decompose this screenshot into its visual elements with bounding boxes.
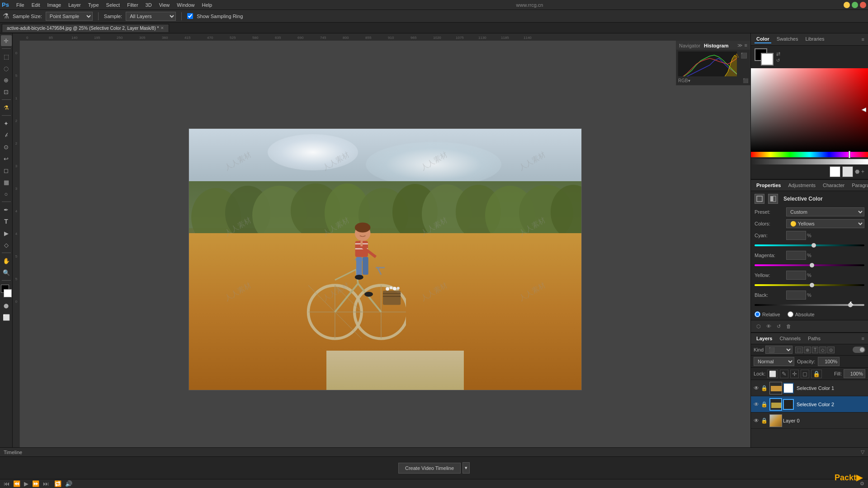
paragraph-tab[interactable]: Paragraph	[850, 182, 868, 189]
tab-close-icon[interactable]: ✕	[160, 26, 164, 30]
menu-type[interactable]: Type	[85, 1, 103, 9]
canvas-image[interactable]: 人人素材 人人素材 人人素材 人人素材 人人素材 人人素材 人人素材 人人素材 …	[189, 128, 582, 390]
add-to-swatches-icon[interactable]: +	[861, 169, 864, 175]
delete-adjustment-icon[interactable]: 🗑	[784, 322, 793, 330]
pen-tool[interactable]: ✒	[1, 204, 12, 215]
spot-healing-tool[interactable]: ✦	[1, 118, 12, 129]
tl-loop-btn[interactable]: 🔁	[54, 480, 61, 487]
eraser-tool[interactable]: ◻	[1, 165, 12, 176]
document-tab[interactable]: active-adult-bicycle-1479584.jpg @ 25% (…	[2, 24, 169, 32]
fill-input[interactable]	[844, 369, 865, 378]
layer-item-layer-0[interactable]: 👁 🔒 Layer 0	[751, 413, 868, 429]
crop-tool[interactable]: ⊡	[1, 86, 12, 97]
color-tab[interactable]: Color	[755, 35, 771, 43]
hand-tool[interactable]: ✋	[1, 255, 12, 266]
layer-item-selective-color-2[interactable]: 👁 🔒 Selective Color 2	[751, 396, 868, 413]
tl-play-btn[interactable]: ▶	[24, 480, 28, 487]
black-slider-thumb[interactable]	[848, 303, 853, 307]
layer-chain-3[interactable]: 🔒	[761, 418, 768, 424]
exchange-icon[interactable]: ⇄	[776, 51, 780, 57]
layer-chain-2[interactable]: 🔒	[761, 401, 768, 408]
vector-mask-icon[interactable]	[768, 194, 778, 204]
reset-adjustment-icon[interactable]: ↺	[774, 322, 783, 330]
opacity-input[interactable]	[818, 357, 840, 366]
relative-option[interactable]: Relative	[755, 311, 780, 317]
lock-transparent-icon[interactable]: ⬜	[767, 370, 778, 378]
zoom-tool[interactable]: 🔍	[1, 267, 12, 278]
minimize-button[interactable]	[844, 2, 850, 8]
channels-tab[interactable]: Channels	[778, 335, 802, 342]
dodge-tool[interactable]: ○	[1, 188, 12, 199]
tl-prev-btn[interactable]: ⏪	[13, 480, 20, 487]
filter-smart-icon[interactable]: ⊙	[827, 347, 835, 353]
layer-chain-1[interactable]: 🔒	[761, 385, 768, 391]
text-tool[interactable]: T	[1, 216, 12, 227]
menu-help[interactable]: Help	[198, 1, 216, 9]
tl-next-btn[interactable]: ⏩	[32, 480, 39, 487]
histogram-tab[interactable]: Histogram	[704, 43, 728, 48]
tl-beginning-btn[interactable]: ⏮	[4, 480, 9, 487]
blend-mode-select[interactable]: Normal Multiply Screen	[754, 357, 794, 366]
move-tool[interactable]: ✛	[1, 35, 12, 46]
create-video-dropdown-icon[interactable]: ▾	[462, 462, 470, 474]
lasso-tool[interactable]: ◌	[1, 63, 12, 74]
canvas-container[interactable]: Navigator Histogram ≫ ≡ ⚠ ⬛	[20, 41, 750, 478]
menu-image[interactable]: Image	[44, 1, 65, 9]
layers-tab[interactable]: Layers	[755, 335, 774, 342]
magenta-value[interactable]: 0	[786, 251, 806, 260]
menu-filter[interactable]: Filter	[123, 1, 142, 9]
spectrum-bar[interactable]	[751, 152, 868, 157]
histogram-stats-icon[interactable]: ⬛	[743, 78, 748, 83]
character-tab[interactable]: Character	[821, 182, 846, 189]
clip-to-layer-icon[interactable]: ⬡	[755, 322, 763, 330]
histogram-menu-icon[interactable]: ≡	[745, 42, 747, 48]
kind-filter-select[interactable]: ⬛	[765, 346, 793, 354]
color-gradient-area[interactable]	[751, 68, 868, 152]
navigator-tab[interactable]: Navigator	[679, 43, 700, 48]
relative-radio[interactable]	[755, 311, 760, 317]
paths-tab[interactable]: Paths	[806, 335, 822, 342]
timeline-collapse-icon[interactable]: ▽	[861, 449, 864, 455]
web-colors-icon[interactable]: ⬣	[855, 169, 859, 175]
lock-all-icon[interactable]: 🔒	[811, 370, 822, 378]
layer-item-selective-color-1[interactable]: 👁 🔒 Selective Color 1	[751, 380, 868, 396]
cyan-value[interactable]: +4	[786, 231, 806, 240]
tl-audio-btn[interactable]: 🔊	[65, 480, 72, 487]
maximize-button[interactable]	[852, 2, 858, 8]
sample-select[interactable]: All Layers Current Layer Current & Below	[126, 12, 176, 21]
colors-select[interactable]: 🟡 Yellows Reds Yellows Greens Cyans Blue…	[786, 219, 864, 228]
gradient-tool[interactable]: ▦	[1, 177, 12, 188]
layer-mask-icon[interactable]	[755, 194, 764, 204]
menu-3d[interactable]: 3D	[142, 1, 156, 9]
quick-select-tool[interactable]: ⊕	[1, 75, 12, 85]
yellow-value[interactable]: 0	[786, 271, 806, 280]
histogram-expand-icon[interactable]: ≫	[737, 42, 743, 48]
bg-swatch[interactable]	[761, 53, 774, 66]
absolute-radio[interactable]	[788, 311, 793, 317]
black-value[interactable]: +70	[786, 291, 806, 300]
show-sampling-ring-checkbox[interactable]	[187, 13, 193, 19]
filter-on-off[interactable]	[853, 347, 865, 353]
filter-adj-icon[interactable]: ⊕	[804, 347, 811, 353]
clone-tool[interactable]: ⊙	[1, 141, 12, 152]
menu-edit[interactable]: Edit	[28, 1, 44, 9]
histogram-alert-icon[interactable]: ⚠	[734, 52, 739, 59]
filter-shape-icon[interactable]: ◇	[819, 347, 826, 353]
opacity-bar[interactable]	[751, 159, 868, 164]
path-select-tool[interactable]: ▶	[1, 228, 12, 239]
adjustments-tab[interactable]: Adjustments	[786, 182, 817, 189]
menu-layer[interactable]: Layer	[65, 1, 85, 9]
filter-pixel-icon[interactable]: ⬚	[795, 347, 803, 353]
menu-view[interactable]: View	[156, 1, 174, 9]
close-button[interactable]	[860, 2, 866, 8]
menu-window[interactable]: Window	[173, 1, 198, 9]
marquee-tool[interactable]: ⬚	[1, 51, 12, 62]
swatches-tab[interactable]: Swatches	[775, 35, 800, 43]
eye-visibility-icon[interactable]: 👁	[764, 322, 773, 330]
tl-end-btn[interactable]: ⏭	[43, 480, 49, 487]
lock-image-icon[interactable]: ✎	[780, 370, 788, 378]
layers-panel-menu[interactable]: ≡	[862, 336, 864, 341]
filter-type-icon[interactable]: T	[812, 347, 818, 353]
cyan-slider-thumb[interactable]	[811, 243, 816, 248]
magenta-slider-thumb[interactable]	[810, 263, 814, 267]
